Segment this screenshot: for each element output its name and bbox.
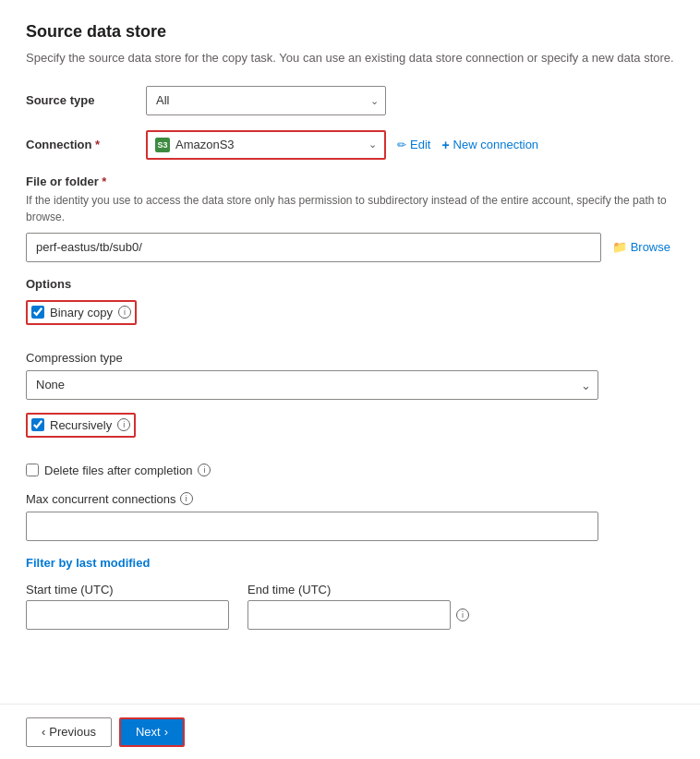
binary-copy-row: Binary copy i bbox=[26, 300, 674, 338]
connection-label: Connection bbox=[26, 138, 146, 151]
filter-section-title: Filter by last modified bbox=[26, 556, 674, 570]
connection-value: AmazonS3 bbox=[175, 138, 377, 151]
binary-copy-checkbox-wrapper: Binary copy i bbox=[26, 300, 137, 325]
binary-copy-checkbox[interactable] bbox=[31, 306, 44, 319]
time-row: Start time (UTC) End time (UTC) i bbox=[26, 583, 674, 630]
start-time-label: Start time (UTC) bbox=[26, 583, 229, 596]
file-folder-section: File or folder * If the identity you use… bbox=[26, 175, 674, 262]
amazon-s3-icon: S3 bbox=[155, 138, 170, 152]
max-connections-section: Max concurrent connections i bbox=[26, 492, 674, 541]
binary-copy-info-icon[interactable]: i bbox=[118, 306, 131, 319]
previous-button[interactable]: ‹ Previous bbox=[26, 717, 112, 747]
options-label: Options bbox=[26, 277, 674, 291]
recursively-row: Recursively i bbox=[26, 413, 674, 451]
compression-select[interactable]: None bbox=[26, 370, 598, 400]
delete-files-row: Delete files after completion i bbox=[26, 464, 674, 477]
page-title: Source data store bbox=[26, 22, 674, 42]
recursively-checkbox-wrapper: Recursively i bbox=[26, 413, 136, 438]
file-folder-required-star: * bbox=[102, 175, 106, 188]
start-time-field: Start time (UTC) bbox=[26, 583, 229, 630]
max-connections-input[interactable] bbox=[26, 512, 598, 541]
binary-copy-label: Binary copy bbox=[50, 306, 113, 319]
next-button[interactable]: Next › bbox=[119, 717, 185, 747]
compression-label: Compression type bbox=[26, 351, 674, 365]
source-type-row: Source type All ⌄ bbox=[26, 86, 674, 115]
filter-section: Filter by last modified Start time (UTC)… bbox=[26, 556, 674, 630]
max-connections-label-row: Max concurrent connections i bbox=[26, 492, 674, 506]
delete-files-checkbox[interactable] bbox=[26, 464, 39, 476]
browse-label: Browse bbox=[631, 240, 670, 254]
connection-actions: ✏ Edit + New connection bbox=[397, 138, 538, 152]
folder-icon: 📁 bbox=[612, 240, 627, 254]
connection-chevron-icon: ⌄ bbox=[368, 139, 377, 151]
new-connection-button[interactable]: + New connection bbox=[441, 138, 538, 152]
recursively-label: Recursively bbox=[50, 418, 112, 432]
max-connections-info-icon[interactable]: i bbox=[180, 492, 193, 505]
start-time-input[interactable] bbox=[26, 600, 229, 630]
connection-dropdown-row: S3 AmazonS3 ⌄ ✏ Edit + New connection bbox=[146, 130, 538, 160]
new-connection-label: New connection bbox=[453, 138, 539, 151]
end-time-label: End time (UTC) bbox=[247, 583, 469, 596]
recursively-checkbox[interactable] bbox=[31, 418, 44, 431]
end-time-input-row: i bbox=[247, 600, 469, 630]
edit-button[interactable]: ✏ Edit bbox=[397, 138, 430, 151]
connection-select-box[interactable]: S3 AmazonS3 ⌄ bbox=[146, 130, 386, 160]
end-time-info-icon[interactable]: i bbox=[456, 608, 469, 621]
next-chevron-icon: › bbox=[164, 725, 168, 739]
file-folder-description: If the identity you use to access the da… bbox=[26, 192, 674, 225]
compression-select-wrapper: None ⌄ bbox=[26, 370, 598, 400]
source-type-select[interactable]: All bbox=[146, 86, 386, 115]
previous-chevron-icon: ‹ bbox=[42, 725, 45, 739]
next-label: Next bbox=[136, 725, 161, 739]
browse-button[interactable]: 📁 Browse bbox=[609, 240, 674, 254]
connection-row: Connection S3 AmazonS3 ⌄ ✏ Edit + New co… bbox=[26, 130, 674, 160]
file-folder-label: File or folder * bbox=[26, 175, 674, 188]
page-description: Specify the source data store for the co… bbox=[26, 49, 674, 67]
edit-pencil-icon: ✏ bbox=[397, 139, 406, 151]
max-connections-label-text: Max concurrent connections bbox=[26, 492, 176, 506]
delete-files-label: Delete files after completion bbox=[44, 464, 192, 477]
source-type-label: Source type bbox=[26, 93, 146, 107]
plus-icon: + bbox=[441, 138, 449, 152]
delete-files-info-icon[interactable]: i bbox=[198, 464, 211, 476]
options-section: Options Binary copy i bbox=[26, 277, 674, 338]
end-time-input[interactable] bbox=[247, 600, 451, 630]
recursively-info-icon[interactable]: i bbox=[117, 418, 130, 431]
file-folder-input[interactable] bbox=[26, 233, 601, 262]
file-folder-input-row: 📁 Browse bbox=[26, 233, 674, 262]
footer-bar: ‹ Previous Next › bbox=[0, 704, 700, 759]
source-type-select-wrapper: All ⌄ bbox=[146, 86, 386, 115]
previous-label: Previous bbox=[49, 725, 96, 739]
compression-section: Compression type None ⌄ bbox=[26, 351, 674, 400]
edit-label: Edit bbox=[410, 138, 430, 151]
end-time-field: End time (UTC) i bbox=[247, 583, 469, 630]
